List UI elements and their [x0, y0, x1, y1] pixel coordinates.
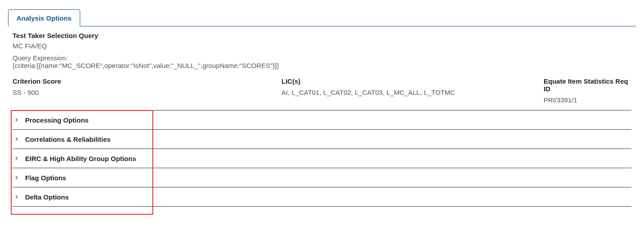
lic-label: LIC(s): [281, 77, 544, 85]
query-section: Test Taker Selection Query MC FIA/EQ Que…: [8, 26, 636, 75]
accordion-label: Processing Options: [25, 116, 89, 124]
query-expression-value: {criteria:[{name:"MC_SCORE",operator:"is…: [13, 62, 631, 69]
info-columns: Criterion Score SS - 900 LIC(s) AI, L_CA…: [8, 75, 636, 110]
accordion-label: Correlations & Reliabilities: [25, 136, 111, 143]
query-expression-label: Query Expression:: [13, 54, 631, 62]
equate-label: Equate Item Statistics Req ID: [544, 77, 631, 93]
accordion-correlations-reliabilities[interactable]: Correlations & Reliabilities: [13, 129, 631, 149]
equate-value: PRI/3391/1: [544, 96, 631, 104]
accordion-label: Flag Options: [25, 174, 66, 182]
criterion-score-value: SS - 900: [13, 89, 281, 96]
tab-analysis-options[interactable]: Analysis Options: [8, 9, 80, 26]
tab-label: Analysis Options: [17, 14, 72, 22]
accordion-label: EIRC & High Ability Group Options: [25, 155, 136, 162]
accordion-eirc-high-ability[interactable]: EIRC & High Ability Group Options: [13, 149, 631, 168]
lic-value: AI, L_CAT01, L_CAT02, L_CAT03, L_MC_ALL,…: [281, 89, 544, 96]
accordion-processing-options[interactable]: Processing Options: [13, 110, 631, 129]
chevron-right-icon: [13, 193, 21, 201]
accordion-delta-options[interactable]: Delta Options: [13, 187, 631, 207]
tab-bar: Analysis Options: [8, 9, 636, 26]
query-title-label: Test Taker Selection Query: [13, 32, 631, 39]
accordion-flag-options[interactable]: Flag Options: [13, 168, 631, 187]
query-title-value: MC FIA/EQ: [13, 42, 631, 50]
chevron-right-icon: [13, 135, 21, 143]
chevron-right-icon: [13, 116, 21, 124]
chevron-right-icon: [13, 174, 21, 182]
criterion-score-label: Criterion Score: [13, 77, 281, 85]
chevron-right-icon: [13, 154, 21, 162]
accordion-label: Delta Options: [25, 193, 69, 201]
accordion-group: Processing Options Correlations & Reliab…: [8, 110, 636, 207]
